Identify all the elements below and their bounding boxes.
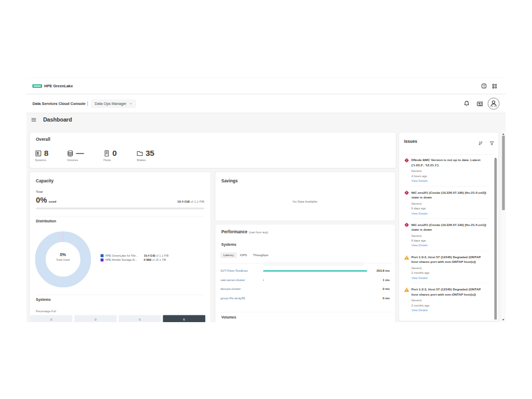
stat-row: — <box>66 149 84 158</box>
menu-button[interactable] <box>31 117 37 123</box>
overall-card: Overall 8 Systems <box>30 132 396 168</box>
stat-value: 0 <box>112 149 116 158</box>
chart-band <box>263 262 364 266</box>
view-details-link[interactable]: View Details <box>411 308 489 313</box>
notifications-bell-icon <box>463 100 470 107</box>
issues-scrollbar[interactable] <box>494 154 497 320</box>
stat-value: 8 <box>44 149 48 158</box>
tab-throughput[interactable]: Throughput <box>250 252 271 259</box>
filter-button[interactable] <box>489 141 495 146</box>
latency-value: 1 ms <box>367 278 390 282</box>
view-details-link[interactable]: View Details <box>411 179 489 183</box>
issue-severity-icon <box>404 190 409 195</box>
app-selector-label: Data Ops Manager <box>95 101 126 105</box>
latency-bar <box>263 280 264 281</box>
latency-value: 0 ms <box>367 287 390 291</box>
screenshot-canvas: HPE GreenLake Data Services Cloud Consol… <box>0 0 532 399</box>
legend-value-amount: 10.4 GiB <box>144 254 155 257</box>
page-titlebar: Dashboard <box>30 113 506 126</box>
status-critical-icon <box>404 190 409 195</box>
capacity-card: Capacity Total 0% used 10.4 GiB of 1.1 P… <box>30 171 211 322</box>
latency-bar-chart <box>263 267 367 276</box>
chart-bar: 6 <box>163 315 205 322</box>
cards-row: Capacity Total 0% used 10.4 GiB of 1.1 P… <box>30 171 396 322</box>
system-link[interactable]: group-fhc-array55 <box>220 297 263 300</box>
latency-bar <box>263 271 367 272</box>
sort-button[interactable] <box>478 141 483 146</box>
notifications-button[interactable] <box>463 100 470 107</box>
issue-source: Generic <box>411 234 489 238</box>
performance-subtitle: (Last hour avg) <box>249 231 268 234</box>
scroll-down-arrow-icon[interactable] <box>502 319 504 321</box>
stat-value: 35 <box>145 149 154 158</box>
latency-bar-chart <box>263 294 367 303</box>
chart-bar: 0 <box>74 315 116 322</box>
page-scrollbar-thumb[interactable] <box>502 136 504 210</box>
stat-label: Hosts <box>103 159 117 162</box>
capacity-usage-of: of 1.1 PiB <box>191 200 204 203</box>
issues-list: DNode BMC Version is not up to date. Lat… <box>404 158 489 321</box>
performance-row: SVT-Fleet-TestExec 203.8 ms <box>215 267 395 276</box>
stat-volumes: — Volumes <box>66 149 84 162</box>
hosts-icon <box>103 150 110 157</box>
app-window: HPE GreenLake Data Services Cloud Consol… <box>26 78 506 322</box>
chart-bar: 0 <box>118 315 161 322</box>
issue-time: 6 days ago <box>411 206 489 211</box>
scroll-up-arrow-icon[interactable] <box>502 134 504 135</box>
app-selector-dropdown[interactable]: Data Ops Manager <box>91 99 137 108</box>
issue-severity-icon <box>404 287 409 292</box>
issue-time: 2 months ago <box>411 303 489 308</box>
apps-button[interactable] <box>492 84 497 89</box>
systems-icon <box>35 150 42 157</box>
issue-body: NIC ens2f1 (Cnode (10.226.57.193) [ftc-2… <box>411 222 489 251</box>
issue-source: Generic <box>411 298 489 303</box>
issue-title: NIC ens2f1 (Cnode (10.226.57.195) [ftc-2… <box>411 190 487 200</box>
view-details-link[interactable]: View Details <box>411 275 489 280</box>
page-scrollbar[interactable] <box>501 130 505 322</box>
help-circled-question-icon <box>482 84 487 89</box>
volumes-icon <box>66 150 74 157</box>
legend-swatch <box>100 254 103 257</box>
right-card-stack: Savings No Data Available Performance(La… <box>215 171 395 322</box>
brand-title: HPE GreenLake <box>44 84 73 88</box>
stat-row: 35 <box>136 149 154 158</box>
system-link[interactable]: devops-cluster <box>220 287 263 291</box>
tab-latency[interactable]: Latency <box>220 252 237 259</box>
donut-center-label: Total Used <box>35 258 91 261</box>
savings-empty-message: No Data Available <box>215 200 395 204</box>
issue-item: NIC ens2f1 (Cnode (10.226.57.193) [ftc-2… <box>404 222 489 251</box>
header-separator: | <box>87 101 88 107</box>
issues-title: Issues <box>404 139 417 144</box>
overall-title: Overall <box>36 137 50 142</box>
issue-body: Port 1:2:3, Host 57 (12345) Degraded (ON… <box>411 287 489 315</box>
stat-hosts: 0 Hosts <box>103 149 117 162</box>
account-button[interactable] <box>488 98 500 110</box>
issues-actions <box>478 141 495 146</box>
system-link[interactable]: vast-avnet-cluster <box>220 278 263 282</box>
issue-item: NIC ens2f1 (Cnode (10.226.57.195) [ftc-2… <box>404 190 489 219</box>
main-column: Overall 8 Systems <box>30 132 396 322</box>
issue-item: DNode BMC Version is not up to date. Lat… <box>404 158 489 187</box>
performance-volumes-label: Volumes <box>221 315 236 319</box>
savings-card: Savings No Data Available <box>215 171 395 221</box>
tab-iops[interactable]: IOPS <box>237 252 250 259</box>
view-details-link[interactable]: View Details <box>411 211 489 216</box>
performance-title: Performance(Last hour avg) <box>221 229 268 234</box>
savings-title: Savings <box>221 178 237 183</box>
stat-systems: 8 Systems <box>35 149 49 162</box>
stat-row: 0 <box>103 149 117 158</box>
legend-value-amount: 0 MiB <box>144 258 152 261</box>
issue-item: Port 1:0:2, Host 57 (12345) Degraded (ON… <box>404 255 489 283</box>
performance-rows: SVT-Fleet-TestExec 203.8 ms vast-avnet-c… <box>215 267 395 303</box>
capacity-used-row: 0% used 10.4 GiB of 1.1 PiB <box>36 195 204 204</box>
view-details-link[interactable]: View Details <box>411 243 489 248</box>
legend-row: HPE GreenLake for File… 10.4 GiB of 1.1 … <box>100 254 168 258</box>
help-button[interactable] <box>482 84 487 89</box>
performance-tabs: Latency IOPS Throughput <box>220 252 271 259</box>
whats-new-button[interactable] <box>476 100 483 107</box>
latency-value: 0 ms <box>367 297 390 300</box>
system-link[interactable]: SVT-Fleet-TestExec <box>220 269 263 273</box>
filter-funnel-icon <box>489 141 495 146</box>
issues-scrollbar-thumb[interactable] <box>494 159 497 320</box>
chart-bar: 0 <box>30 315 72 322</box>
